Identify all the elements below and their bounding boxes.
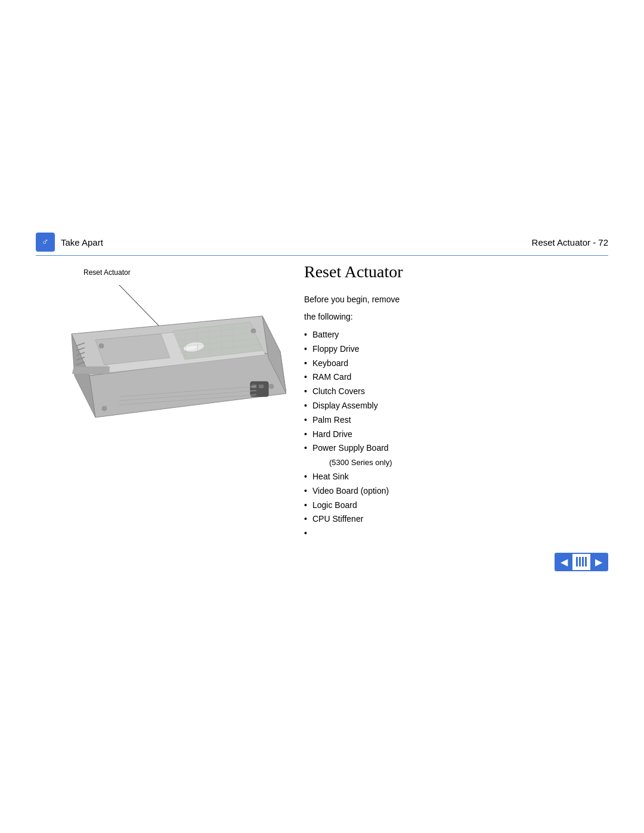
list-item-battery: Battery [304,328,608,342]
svg-rect-9 [72,367,110,374]
list-item-powersupply: Power Supply Board (5300 Series only) [304,441,608,470]
list-item-keyboard: Keyboard [304,357,608,371]
intro-line1: Before you begin, remove [304,293,608,306]
main-content: Reset Actuator [36,262,608,571]
list-item-videoboard: Video Board (option) [304,484,608,498]
list-item-clutch: Clutch Covers [304,385,608,399]
prerequisites-list: Battery Floppy Drive Keyboard RAM Card C… [304,328,608,541]
svg-rect-14 [259,385,264,388]
intro-line2: the following: [304,311,608,323]
list-item-floppy: Floppy Drive [304,342,608,357]
svg-point-15 [99,343,104,348]
nav-arrows[interactable]: ◀ ▶ [555,553,608,571]
page-title: Reset Actuator [304,262,608,281]
next-button[interactable]: ▶ [590,554,607,570]
power-supply-sub: (5300 Series only) [312,458,392,467]
svg-point-16 [251,329,256,333]
icon-symbol: ♂ [42,237,49,247]
list-item-cpu: CPU Stiffener [304,512,608,527]
list-item-display: Display Assembly [304,399,608,413]
svg-line-0 [119,285,161,328]
text-section: Reset Actuator Before you begin, remove … [304,262,608,571]
bar4 [585,557,587,566]
list-item-ram: RAM Card [304,370,608,385]
header-left: ♂ Take Apart [36,233,103,252]
bar1 [576,557,578,566]
section-icon: ♂ [36,233,55,252]
laptop-illustration [36,280,286,447]
callout-label: Reset Actuator [83,268,131,277]
list-item-palm: Palm Rest [304,413,608,428]
list-item-heatsink: Heat Sink [304,470,608,484]
image-section: Reset Actuator [36,262,286,571]
bar2 [579,557,581,566]
svg-point-17 [102,406,107,411]
list-item-harddrive: Hard Drive [304,428,608,442]
page-container: ♂ Take Apart Reset Actuator - 72 Reset A… [0,0,644,833]
nav-divider [572,555,590,569]
prev-button[interactable]: ◀ [556,554,572,570]
list-item-empty [304,527,608,541]
list-item-logicboard: Logic Board [304,498,608,513]
bar3 [582,557,584,566]
svg-point-18 [269,384,274,389]
page-header: ♂ Take Apart Reset Actuator - 72 [36,233,608,256]
page-number: Reset Actuator - 72 [532,237,608,247]
section-label: Take Apart [61,237,103,247]
svg-rect-12 [250,382,268,397]
